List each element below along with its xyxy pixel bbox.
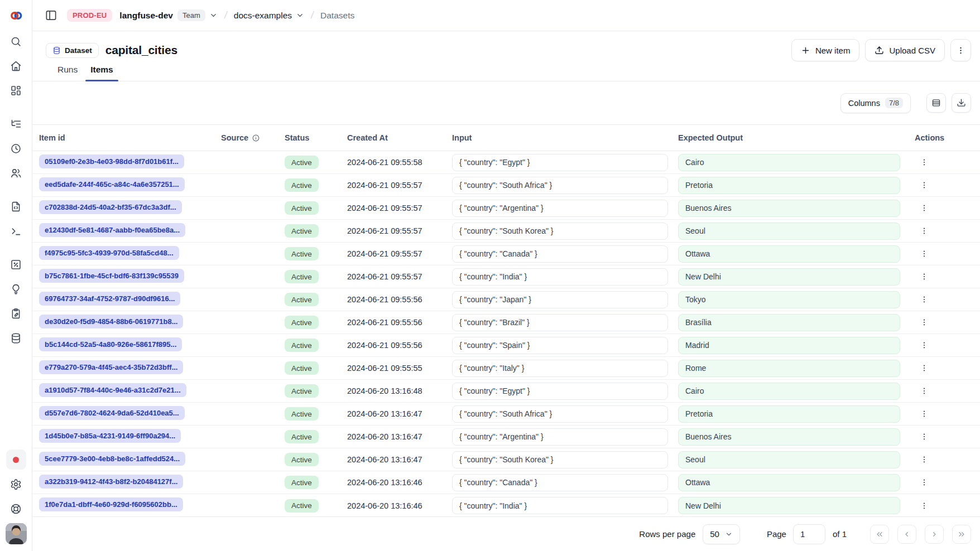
columns-button[interactable]: Columns 7/8 xyxy=(840,93,911,113)
last-page-button[interactable] xyxy=(952,525,971,544)
org-dropdown-chevron-icon[interactable] xyxy=(209,11,218,20)
actions-cell xyxy=(915,497,971,514)
table-row[interactable]: 5cee7779-3e00-4eb8-be8c-1affedd524... Ac… xyxy=(32,448,980,471)
input-value-box: { "country": "Argentina" } xyxy=(452,428,668,446)
item-id-badge[interactable]: 5cee7779-3e00-4eb8-be8c-1affedd524... xyxy=(39,452,185,466)
status-cell: Active xyxy=(285,156,347,169)
langfuse-logo[interactable] xyxy=(0,0,32,31)
item-id-badge[interactable]: f4975c95-5fc3-4939-970d-58fa5cd48... xyxy=(39,246,179,260)
info-icon[interactable] xyxy=(252,134,260,142)
table-row[interactable]: b75c7861-1fbe-45cf-bdf6-83f139c95539 Act… xyxy=(32,265,980,288)
item-id-badge[interactable]: a1910d57-7f84-440c-9e46-a31c2d7e21... xyxy=(39,383,186,397)
table-row[interactable]: a322b319-9412-4f43-b8f2-b20484127f... Ac… xyxy=(32,471,980,494)
expected-output-cell: Ottawa xyxy=(678,245,915,263)
item-id-badge[interactable]: de30d2e0-f5d9-4854-88b6-0619771b8... xyxy=(39,315,183,328)
row-actions-kebab-icon[interactable] xyxy=(916,154,933,171)
item-id-badge[interactable]: d557e7d6-7802-4624-9da6-52d410ea5... xyxy=(39,406,185,420)
table-row[interactable]: f4975c95-5fc3-4939-970d-58fa5cd48... Act… xyxy=(32,243,980,265)
next-page-button[interactable] xyxy=(925,525,944,544)
rows-per-page-select[interactable]: 50 xyxy=(703,524,740,544)
row-actions-kebab-icon[interactable] xyxy=(916,314,933,331)
item-id-badge[interactable]: 1d45b0e7-b85a-4231-9149-6ff90a294... xyxy=(39,429,181,443)
expected-output-cell: Cairo xyxy=(678,154,915,171)
list-tree-icon[interactable] xyxy=(6,114,26,134)
clipboard-pen-icon[interactable] xyxy=(6,303,26,323)
breadcrumb-project[interactable]: docs-examples xyxy=(234,11,304,21)
item-id-badge[interactable]: 05109ef0-2e3b-4e03-98dd-8f7d01b61f... xyxy=(39,154,184,168)
table-row[interactable]: 1d45b0e7-b85a-4231-9149-6ff90a294... Act… xyxy=(32,426,980,448)
row-actions-kebab-icon[interactable] xyxy=(916,223,933,239)
table-row[interactable]: eed5dafe-244f-465c-a84c-4a6e357251... Ac… xyxy=(32,174,980,197)
item-id-badge[interactable]: b5c144cd-52a5-4a80-926e-58617f895... xyxy=(39,337,182,351)
dataset-type-badge: Dataset xyxy=(46,43,99,58)
table-row[interactable]: 05109ef0-2e3b-4e03-98dd-8f7d01b61f... Ac… xyxy=(32,151,980,174)
table-row[interactable]: e12430df-5e81-4687-aabb-f0ea65be8a... Ac… xyxy=(32,220,980,243)
page-more-actions-button[interactable] xyxy=(950,39,971,61)
status-cell: Active xyxy=(285,430,347,443)
users-icon[interactable] xyxy=(6,163,26,183)
previous-page-button[interactable] xyxy=(897,525,916,544)
row-actions-kebab-icon[interactable] xyxy=(916,291,933,308)
home-icon[interactable] xyxy=(6,56,26,76)
row-actions-kebab-icon[interactable] xyxy=(916,337,933,354)
table-row[interactable]: b5c144cd-52a5-4a80-926e-58617f895... Act… xyxy=(32,334,980,357)
page-number-input[interactable] xyxy=(793,524,825,544)
record-status-dot[interactable] xyxy=(6,450,26,470)
row-actions-kebab-icon[interactable] xyxy=(916,177,933,194)
row-actions-kebab-icon[interactable] xyxy=(916,405,933,422)
plus-icon xyxy=(801,46,810,55)
row-actions-kebab-icon[interactable] xyxy=(916,200,933,216)
status-badge: Active xyxy=(285,430,319,443)
row-actions-kebab-icon[interactable] xyxy=(916,428,933,445)
user-avatar[interactable] xyxy=(6,523,27,544)
first-page-button[interactable] xyxy=(870,525,889,544)
breadcrumb-section[interactable]: Datasets xyxy=(320,11,354,21)
new-item-label: New item xyxy=(815,46,851,55)
row-actions-kebab-icon[interactable] xyxy=(916,451,933,468)
row-actions-kebab-icon[interactable] xyxy=(916,497,933,514)
dashboard-icon[interactable] xyxy=(6,80,26,100)
project-dropdown-chevron-icon[interactable] xyxy=(296,11,304,20)
item-id-badge[interactable]: b75c7861-1fbe-45cf-bdf6-83f139c95539 xyxy=(39,269,184,283)
row-actions-kebab-icon[interactable] xyxy=(916,268,933,285)
breadcrumb-organization[interactable]: langfuse-dev xyxy=(119,11,173,21)
item-id-badge[interactable]: c702838d-24d5-40a2-bf35-67dc3a3df... xyxy=(39,200,182,214)
tab-items[interactable]: Items xyxy=(85,65,118,81)
row-actions-kebab-icon[interactable] xyxy=(916,245,933,262)
item-id-badge[interactable]: 1f0e7da1-dbff-4e60-929d-f6095602bb... xyxy=(39,497,183,511)
item-id-badge[interactable]: a322b319-9412-4f43-b8f2-b20484127f... xyxy=(39,475,183,489)
clock-icon[interactable] xyxy=(6,138,26,158)
table-row[interactable]: de30d2e0-f5d9-4854-88b6-0619771b8... Act… xyxy=(32,311,980,334)
item-id-badge[interactable]: e779a270-579a-4f45-aec4-35b72d3bff... xyxy=(39,360,183,374)
row-actions-kebab-icon[interactable] xyxy=(916,474,933,491)
table-row[interactable]: c702838d-24d5-40a2-bf35-67dc3a3df... Act… xyxy=(32,197,980,220)
table-row[interactable]: d557e7d6-7802-4624-9da6-52d410ea5... Act… xyxy=(32,403,980,426)
item-id-badge[interactable]: eed5dafe-244f-465c-a84c-4a6e357251... xyxy=(39,177,185,191)
table-row[interactable]: e779a270-579a-4f45-aec4-35b72d3bff... Ac… xyxy=(32,357,980,380)
lightbulb-icon[interactable] xyxy=(6,279,26,299)
life-buoy-icon[interactable] xyxy=(6,499,26,519)
new-item-button[interactable]: New item xyxy=(791,39,860,61)
export-download-button[interactable] xyxy=(952,93,971,113)
square-percent-icon[interactable] xyxy=(6,254,26,274)
file-code-icon[interactable] xyxy=(6,196,26,216)
table-row[interactable]: 69764737-34af-4752-9787-d90df9616... Act… xyxy=(32,288,980,311)
row-actions-kebab-icon[interactable] xyxy=(916,360,933,376)
sidebar-toggle-icon[interactable] xyxy=(42,7,59,24)
item-id-badge[interactable]: 69764737-34af-4752-9787-d90df9616... xyxy=(39,292,180,306)
page-title: capital_cities xyxy=(105,44,177,57)
tab-runs[interactable]: Runs xyxy=(52,65,83,81)
upload-csv-button[interactable]: Upload CSV xyxy=(865,39,945,61)
expected-output-cell: Pretoria xyxy=(678,177,915,194)
item-id-badge[interactable]: e12430df-5e81-4687-aabb-f0ea65be8a... xyxy=(39,223,185,237)
database-icon[interactable] xyxy=(6,328,26,348)
row-actions-kebab-icon[interactable] xyxy=(916,383,933,399)
settings-gear-icon[interactable] xyxy=(6,474,26,494)
input-value-box: { "country": "South Africa" } xyxy=(452,405,668,423)
table-row[interactable]: a1910d57-7f84-440c-9e46-a31c2d7e21... Ac… xyxy=(32,380,980,403)
row-height-button[interactable] xyxy=(926,93,946,113)
search-icon[interactable] xyxy=(6,31,26,51)
status-cell: Active xyxy=(285,384,347,398)
table-row[interactable]: 1f0e7da1-dbff-4e60-929d-f6095602bb... Ac… xyxy=(32,494,980,516)
terminal-icon[interactable] xyxy=(6,221,26,241)
